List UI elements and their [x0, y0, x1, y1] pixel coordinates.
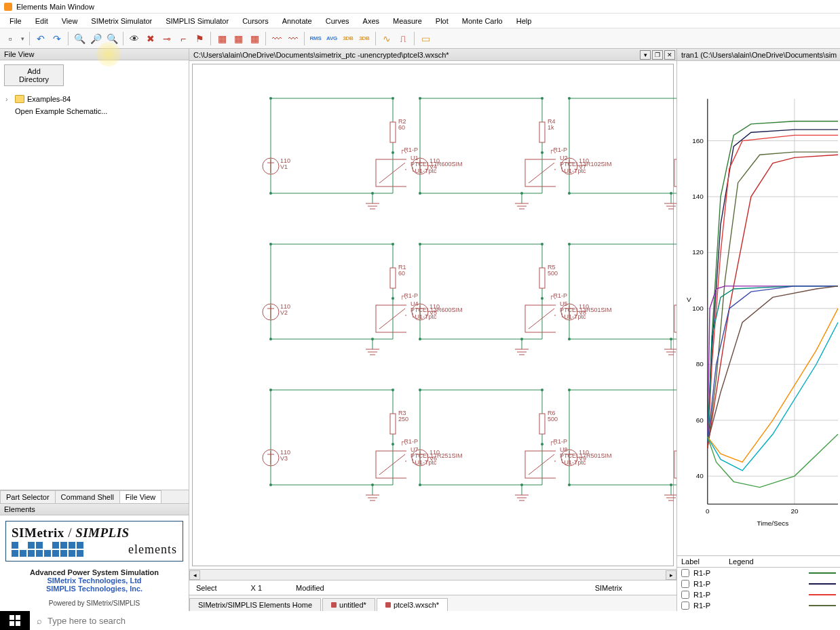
eye-icon[interactable]: 👁 — [127, 31, 142, 46]
svg-line-12 — [379, 163, 405, 183]
link-simplis[interactable]: SIMPLIS Technologies, Inc. — [0, 585, 189, 593]
new-doc-button[interactable]: ▫ — [3, 31, 18, 46]
svg-line-84 — [529, 309, 554, 329]
menu-view[interactable]: View — [55, 15, 85, 27]
delete-button[interactable]: ✖ — [143, 31, 158, 46]
svg-rect-155 — [674, 451, 676, 478]
svg-rect-47 — [674, 159, 676, 186]
menu-file[interactable]: File — [3, 15, 28, 27]
start-button[interactable] — [0, 611, 30, 630]
menu-monte-carlo[interactable]: Monte Carlo — [455, 15, 510, 27]
circuit-V1[interactable]: R260┌R1-PU1PTCEL17R600SIM└U1-Tptc110V1 — [257, 85, 406, 227]
circuit-V4[interactable]: R41k┌R1-PU2PTCEL13R102SIM└U1-Tptc110V4 — [406, 85, 556, 227]
doc-button[interactable]: ▭ — [418, 31, 433, 46]
horizontal-scrollbar[interactable]: ◂ ▸ — [189, 569, 676, 580]
menu-axes[interactable]: Axes — [356, 15, 386, 27]
legend-checkbox[interactable] — [681, 591, 689, 599]
svg-rect-9 — [390, 122, 396, 142]
scroll-left-icon[interactable]: ◂ — [189, 570, 200, 580]
svg-point-141 — [541, 443, 543, 446]
svg-point-87 — [541, 297, 543, 300]
curve-a-button[interactable]: 〰 — [269, 31, 284, 46]
file-tree: › Examples-84 Open Example Schematic... — [0, 90, 189, 490]
legend-row[interactable]: R1-P — [677, 578, 840, 589]
menu-annotate[interactable]: Annotate — [275, 15, 319, 27]
doc-tab[interactable]: ptcel3.wxsch* — [377, 598, 448, 611]
search-placeholder: Type here to search — [47, 616, 126, 626]
rms-label[interactable]: RMS — [308, 35, 323, 41]
menu-edit[interactable]: Edit — [28, 15, 55, 27]
avg-label[interactable]: AVG — [324, 35, 339, 41]
curve-b-button[interactable]: 〰 — [286, 31, 301, 46]
scroll-right-icon[interactable]: ▸ — [666, 570, 676, 580]
3db-a-label[interactable]: 3DB — [341, 35, 356, 41]
flag-button[interactable]: ⚑ — [192, 31, 207, 46]
undo-button[interactable]: ↶ — [33, 31, 48, 46]
svg-rect-81 — [539, 268, 545, 288]
menu-plot[interactable]: Plot — [429, 15, 455, 27]
new-doc-dropdown[interactable]: ▾ — [19, 31, 26, 46]
3db-b-label[interactable]: 3DB — [357, 35, 372, 41]
voltage-label: 110V8 — [579, 304, 589, 317]
menu-help[interactable]: Help — [510, 15, 539, 27]
plot-area[interactable]: 406080100120140160020VTime/Secs — [677, 61, 840, 555]
svg-rect-185 — [16, 621, 20, 626]
svg-text:40: 40 — [696, 472, 704, 479]
circuit-V2[interactable]: R160┌R1-PU4PTCEL13R600SIM└U1-Tptc110V2 — [257, 231, 406, 373]
circuit-V8[interactable]: R8120┌R1-PU6PT110V8 — [556, 231, 676, 373]
link-simetrix[interactable]: SIMetrix Technologies, Ltd — [0, 576, 189, 585]
voltage-label: 110V3 — [280, 450, 290, 462]
wire-button[interactable]: ⌐ — [176, 31, 191, 46]
svg-point-49 — [568, 97, 571, 100]
promo-tagline: Advanced Power System Simulation — [0, 568, 189, 576]
restore-button[interactable]: ▾ — [640, 50, 651, 60]
taskbar-search[interactable]: ⌕ Type here to search — [30, 611, 840, 630]
menu-curves[interactable]: Curves — [319, 15, 356, 27]
tree-item-open-example[interactable]: Open Example Schematic... — [5, 105, 183, 117]
powered-by-label: Powered by SIMetrix/SIMPLIS — [0, 598, 189, 611]
schematic-canvas[interactable]: R260┌R1-PU1PTCEL17R600SIM└U1-Tptc110V1R4… — [192, 64, 674, 566]
svg-rect-182 — [9, 615, 14, 620]
doc-tab[interactable]: SIMetrix/SIMPLIS Elements Home — [189, 598, 321, 611]
grid-c-button[interactable]: ▦ — [247, 31, 262, 46]
circuit-V6[interactable]: R6500┌R1-PU8PTCEL17R501SIM└U1-Tptc110V6 — [406, 376, 556, 519]
tree-item-examples[interactable]: › Examples-84 — [5, 93, 183, 105]
circuit-V9[interactable]: R9120┌R1-PU9PT110V9 — [556, 376, 676, 519]
zoom-fit-button[interactable]: 🔍 — [104, 31, 119, 46]
pulse-button[interactable]: ⎍ — [396, 31, 411, 46]
svg-rect-101 — [674, 305, 676, 332]
zoom-in-button[interactable]: 🔍 — [72, 31, 87, 46]
sine-button[interactable]: ∿ — [379, 31, 394, 46]
legend-row[interactable]: R1-P — [677, 589, 840, 600]
maximize-button[interactable]: ❐ — [652, 50, 663, 60]
legend-row[interactable]: R1-P — [677, 600, 840, 611]
menu-measure[interactable]: Measure — [386, 15, 429, 27]
close-button[interactable]: ✕ — [664, 50, 675, 60]
redo-button[interactable]: ↷ — [50, 31, 64, 46]
doc-tab[interactable]: untitled* — [322, 598, 375, 611]
legend-checkbox[interactable] — [681, 569, 689, 577]
legend-row[interactable]: R1-P — [677, 568, 840, 578]
menu-cursors[interactable]: Cursors — [235, 15, 275, 27]
search-icon: ⌕ — [37, 616, 42, 626]
app-icon — [4, 3, 12, 11]
svg-line-120 — [379, 454, 405, 475]
probe-button[interactable]: ⊸ — [159, 31, 174, 46]
circuit-V3[interactable]: R3250┌R1-PU7PTCEL17R251SIM└U1-Tptc110V3 — [257, 376, 406, 519]
voltage-label: 110V5 — [429, 304, 440, 317]
circuit-V5[interactable]: R5500┌R1-PU5PTCEL13R501SIM└U1-Tptc110V5 — [406, 231, 556, 373]
zoom-out-button[interactable]: 🔎 — [88, 31, 103, 46]
menu-simetrix-simulator[interactable]: SIMetrix Simulator — [84, 15, 159, 27]
svg-text:Time/Secs: Time/Secs — [757, 519, 789, 527]
add-directory-button[interactable]: Add Directory — [4, 64, 64, 86]
circuit-V7[interactable]: R7250┌R1-PU3PT110V7 — [556, 85, 676, 227]
legend-checkbox[interactable] — [681, 602, 689, 610]
menu-simplis-simulator[interactable]: SIMPLIS Simulator — [159, 15, 235, 27]
legend-checkbox[interactable] — [681, 580, 689, 588]
grid-b-button[interactable]: ▦ — [231, 31, 246, 46]
tab-file-view[interactable]: File View — [119, 490, 161, 503]
tab-part-selector[interactable]: Part Selector — [0, 490, 56, 503]
grid-a-button[interactable]: ▦ — [214, 31, 229, 46]
left-lower-tabs: Part Selector Command Shell File View — [0, 490, 189, 503]
tab-command-shell[interactable]: Command Shell — [55, 490, 120, 503]
